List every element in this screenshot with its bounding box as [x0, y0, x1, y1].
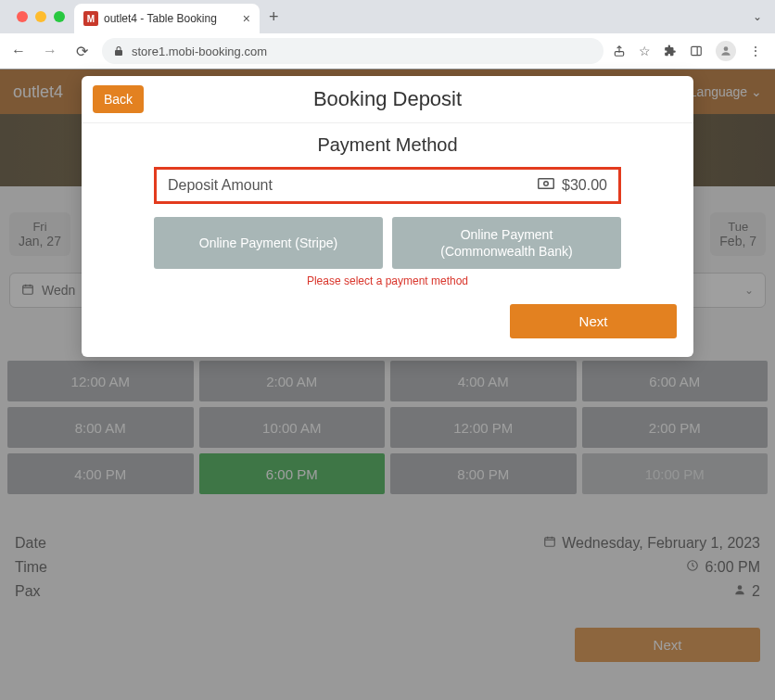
- reload-icon[interactable]: ⟳: [70, 43, 93, 60]
- close-tab-icon[interactable]: ×: [243, 11, 250, 26]
- commonwealth-payment-button[interactable]: Online Payment (Commonwealth Bank): [392, 217, 621, 269]
- svg-rect-1: [692, 46, 702, 55]
- toolbar-right: ☆ ⋮: [613, 41, 768, 61]
- profile-avatar-icon[interactable]: [716, 41, 736, 61]
- payment-method-buttons: Online Payment (Stripe) Online Payment (…: [154, 217, 621, 269]
- close-window-button[interactable]: [17, 11, 28, 22]
- url-text: store1.mobi-booking.com: [132, 45, 267, 58]
- browser-chrome: M outlet4 - Table Booking × + ⌄ ← → ⟳ st…: [0, 0, 775, 70]
- tab-title: outlet4 - Table Booking: [104, 12, 217, 25]
- tab-bar: M outlet4 - Table Booking × + ⌄: [0, 0, 775, 33]
- deposit-amount-box: Deposit Amount $30.00: [154, 167, 621, 204]
- favicon-icon: M: [83, 11, 98, 26]
- payment-warning: Please select a payment method: [98, 274, 677, 287]
- modal-header: Back Booking Deposit: [82, 85, 693, 123]
- minimize-window-button[interactable]: [35, 11, 46, 22]
- address-bar[interactable]: store1.mobi-booking.com: [102, 38, 603, 64]
- lock-icon: [113, 45, 124, 57]
- stripe-payment-button[interactable]: Online Payment (Stripe): [154, 217, 383, 269]
- bookmark-icon[interactable]: ☆: [639, 44, 651, 58]
- share-icon[interactable]: [613, 45, 626, 57]
- deposit-label: Deposit Amount: [168, 177, 273, 194]
- back-nav-icon[interactable]: ←: [7, 43, 30, 59]
- booking-deposit-modal: Back Booking Deposit Payment Method Depo…: [82, 76, 693, 357]
- svg-point-3: [724, 46, 729, 51]
- window-controls: [7, 11, 74, 22]
- extensions-icon[interactable]: [664, 45, 677, 57]
- cash-icon: [538, 177, 554, 194]
- modal-next-button[interactable]: Next: [510, 304, 677, 338]
- maximize-window-button[interactable]: [54, 11, 65, 22]
- deposit-value: $30.00: [562, 177, 607, 194]
- toolbar: ← → ⟳ store1.mobi-booking.com ☆ ⋮: [0, 33, 775, 69]
- new-tab-button[interactable]: +: [260, 7, 288, 27]
- modal-body: Payment Method Deposit Amount $30.00 Onl…: [82, 123, 693, 287]
- svg-point-15: [544, 182, 549, 186]
- browser-tab[interactable]: M outlet4 - Table Booking ×: [74, 4, 260, 33]
- modal-title: Booking Deposit: [82, 87, 693, 111]
- panel-icon[interactable]: [690, 45, 703, 57]
- modal-overlay: Back Booking Deposit Payment Method Depo…: [0, 69, 775, 700]
- svg-rect-14: [539, 179, 554, 189]
- back-button[interactable]: Back: [93, 85, 144, 113]
- menu-icon[interactable]: ⋮: [749, 44, 762, 58]
- forward-nav-icon: →: [39, 43, 61, 59]
- modal-footer: Next: [82, 287, 693, 338]
- tabs-menu-icon[interactable]: ⌄: [740, 10, 775, 23]
- payment-method-title: Payment Method: [98, 134, 677, 156]
